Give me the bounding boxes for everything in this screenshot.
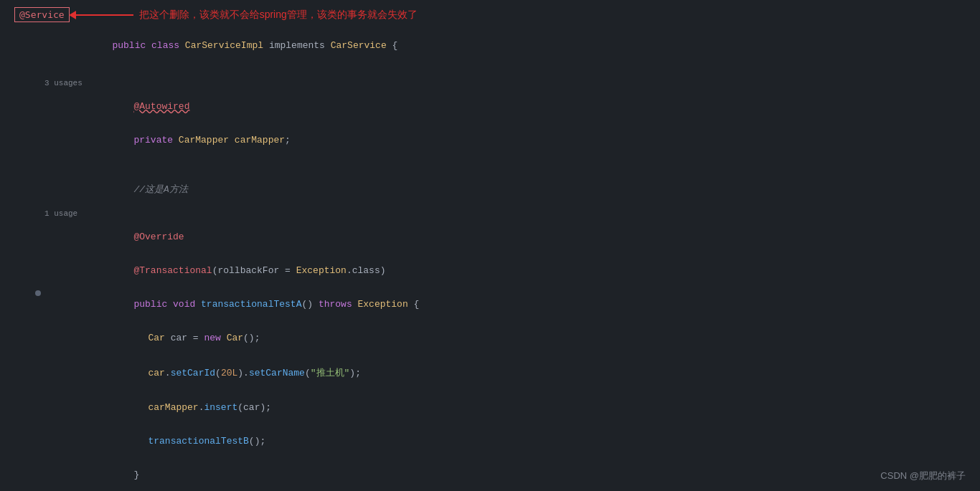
line-blank2 [0, 157, 980, 171]
type-carserviceimpl: CarServiceImpl [185, 40, 269, 51]
line-class-decl: public class CarServiceImpl implements C… [0, 29, 980, 62]
code-area: public class CarServiceImpl implements C… [0, 0, 980, 491]
callout-text: 把这个删除，该类就不会给spring管理，该类的事务就会失效了 [139, 9, 418, 22]
line-method-a-sig: public void transactionalTestA() throws … [0, 287, 980, 321]
arrow-line [70, 11, 133, 19]
editor-container: @Service 把这个删除，该类就不会给spring管理，该类的事务就会失效了… [0, 0, 980, 491]
line-close-a: } [0, 458, 980, 491]
line-car-setid-a: car.setCarId(20L).setCarName("推土机"); [0, 355, 980, 391]
line-call-b: transactionalTestB(); [0, 424, 980, 458]
kw-class: class [151, 40, 185, 51]
annotation-callout: @Service 把这个删除，该类就不会给spring管理，该类的事务就会失效了 [14, 7, 418, 22]
annotation-transactional: @Transactional [133, 265, 212, 276]
comment-a: //这是A方法 [133, 184, 187, 195]
usages-1-hint: 1 usage [0, 207, 980, 220]
line-autowired: @Autowired [0, 90, 980, 123]
line-car-new: Car car = new Car(); [0, 321, 980, 355]
line-blank1 [0, 62, 980, 77]
line-override: @Override [0, 220, 980, 254]
watermark: CSDN @肥肥的裤子 [880, 469, 966, 482]
usages-3-hint: 3 usages [0, 77, 980, 90]
arrow-head-icon [69, 11, 76, 19]
annotation-autowired: @Autowired [133, 101, 189, 112]
plain-implements: implements [269, 40, 331, 51]
type-carservice: CarService [331, 40, 387, 51]
annotation-override: @Override [133, 232, 184, 242]
line-field: private CarMapper carMapper; [0, 123, 980, 157]
line-mapper-insert-a: carMapper.insert(car); [0, 391, 980, 424]
gutter-fold-a [30, 290, 46, 296]
kw-public: public [112, 40, 151, 51]
line-transactional: @Transactional(rollbackFor = Exception.c… [0, 254, 980, 287]
arrow-shaft [76, 14, 133, 16]
line-comment-a: //这是A方法 [0, 171, 980, 207]
annotation-label: @Service [14, 7, 70, 22]
